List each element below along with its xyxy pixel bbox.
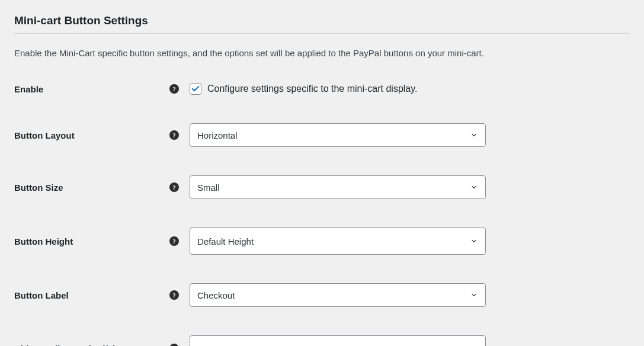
label-hide-funding: Hide Funding Method(s) bbox=[14, 344, 116, 347]
select-value: Default Height bbox=[197, 236, 254, 246]
label-col-button-label: Button Label ? bbox=[14, 290, 190, 300]
checkmark-icon bbox=[191, 84, 200, 94]
label-button-layout: Button Layout bbox=[14, 130, 75, 140]
label-enable: Enable bbox=[14, 84, 43, 94]
help-icon[interactable]: ? bbox=[169, 84, 179, 94]
section-title: Mini-cart Button Settings bbox=[14, 14, 630, 27]
help-icon[interactable]: ? bbox=[169, 182, 179, 192]
enable-checkbox[interactable] bbox=[190, 83, 201, 95]
button-label-select[interactable]: Checkout bbox=[190, 283, 486, 307]
field-col-hide-funding bbox=[190, 335, 630, 346]
label-col-button-height: Button Height ? bbox=[14, 236, 190, 246]
row-enable: Enable ? Configure settings specific to … bbox=[14, 83, 630, 95]
button-layout-select[interactable]: Horizontal bbox=[190, 123, 486, 147]
help-icon[interactable]: ? bbox=[169, 130, 179, 140]
enable-checkbox-label: Configure settings specific to the mini-… bbox=[207, 84, 418, 94]
chevron-down-icon bbox=[470, 183, 478, 191]
mini-cart-settings-section: Mini-cart Button Settings Enable the Min… bbox=[0, 0, 644, 346]
select-value: Horizontal bbox=[197, 130, 238, 140]
label-col-hide-funding: Hide Funding Method(s) ? bbox=[14, 344, 190, 347]
button-height-select[interactable]: Default Height bbox=[190, 228, 486, 255]
section-description: Enable the Mini-Cart specific button set… bbox=[14, 48, 630, 58]
label-col-button-layout: Button Layout ? bbox=[14, 130, 190, 140]
button-size-select[interactable]: Small bbox=[190, 175, 486, 199]
hide-funding-input[interactable] bbox=[190, 335, 486, 346]
select-value: Small bbox=[197, 182, 220, 193]
help-icon[interactable]: ? bbox=[169, 344, 179, 346]
field-col-button-size: Small bbox=[190, 175, 630, 199]
label-button-height: Button Height bbox=[14, 236, 73, 246]
chevron-down-icon bbox=[470, 291, 478, 299]
label-col-button-size: Button Size ? bbox=[14, 182, 190, 193]
chevron-down-icon bbox=[470, 237, 478, 245]
label-col-enable: Enable ? bbox=[14, 84, 190, 94]
field-col-button-height: Default Height bbox=[190, 228, 630, 255]
help-icon[interactable]: ? bbox=[169, 236, 179, 246]
help-icon[interactable]: ? bbox=[169, 290, 179, 300]
field-col-enable: Configure settings specific to the mini-… bbox=[190, 83, 630, 95]
row-button-height: Button Height ? Default Height bbox=[14, 228, 630, 255]
section-divider bbox=[14, 33, 630, 34]
field-col-button-layout: Horizontal bbox=[190, 123, 630, 147]
field-col-button-label: Checkout bbox=[190, 283, 630, 307]
chevron-down-icon bbox=[470, 131, 478, 139]
row-button-label: Button Label ? Checkout bbox=[14, 283, 630, 307]
label-button-label: Button Label bbox=[14, 290, 69, 300]
row-button-size: Button Size ? Small bbox=[14, 175, 630, 199]
row-hide-funding: Hide Funding Method(s) ? bbox=[14, 335, 630, 346]
select-value: Checkout bbox=[197, 290, 235, 300]
label-button-size: Button Size bbox=[14, 182, 63, 193]
row-button-layout: Button Layout ? Horizontal bbox=[14, 123, 630, 147]
